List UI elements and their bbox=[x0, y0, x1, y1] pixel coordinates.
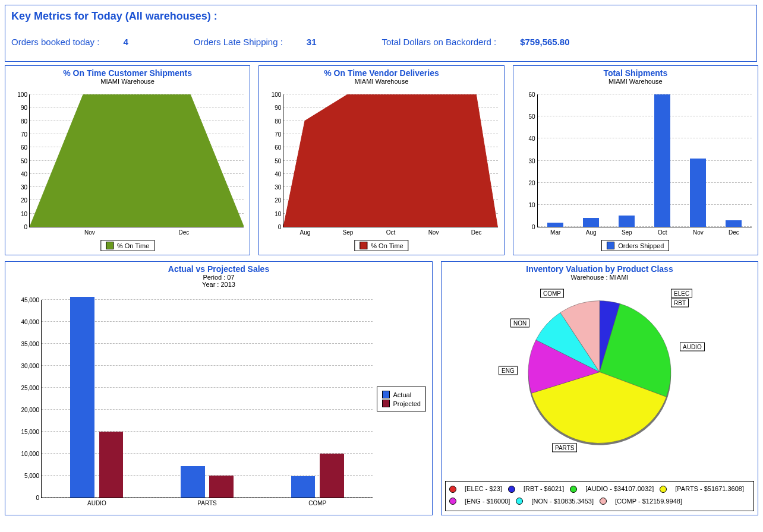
chart-actual-vs-projected: Actual vs Projected Sales Period : 07 Ye… bbox=[5, 261, 433, 515]
chart-title: % On Time Customer Shipments bbox=[5, 68, 250, 78]
backorder-label: Total Dollars on Backorderd : bbox=[382, 37, 497, 47]
svg-marker-1 bbox=[283, 94, 497, 227]
orders-booked-value: 4 bbox=[123, 37, 128, 47]
legend-label: Projected bbox=[393, 400, 421, 407]
legend-swatch bbox=[607, 242, 614, 249]
legend-swatch bbox=[360, 242, 367, 249]
chart-subtitle: MIAMI Warehouse bbox=[513, 78, 758, 85]
chart-subtitle: MIAMI Warehouse bbox=[5, 78, 250, 85]
chart-title: Total Shipments bbox=[513, 68, 758, 78]
legend-swatch bbox=[382, 400, 390, 407]
chart-subtitle: Warehouse : MIAMI bbox=[442, 274, 758, 281]
svg-marker-0 bbox=[30, 94, 244, 227]
chart-subtitle-year: Year : 2013 bbox=[5, 281, 432, 288]
legend-label: % On Time bbox=[371, 242, 403, 249]
legend-label: % On Time bbox=[117, 242, 149, 249]
chart-title: % On Time Vendor Deliveries bbox=[259, 68, 503, 78]
chart-subtitle-period: Period : 07 bbox=[5, 274, 432, 281]
chart-plot: 0102030405060708090100 AugSepOctNovDec bbox=[283, 94, 497, 227]
chart-legend: % On Time bbox=[100, 240, 155, 251]
chart-title: Inventory Valuation by Product Class bbox=[442, 264, 758, 274]
chart-ontime-customer: % On Time Customer Shipments MIAMI Wareh… bbox=[5, 65, 250, 255]
legend-swatch bbox=[106, 242, 113, 249]
chart-subtitle: MIAMI Warehouse bbox=[259, 78, 503, 85]
orders-late-label: Orders Late Shipping : bbox=[194, 37, 283, 47]
orders-booked-label: Orders booked today : bbox=[11, 37, 99, 47]
chart-plot: 0102030405060MarAugSepOctNovDec bbox=[537, 94, 752, 227]
legend-swatch bbox=[382, 391, 390, 398]
pie-legend: [ELEC - $23][RBT - $6021][AUDIO - $34107… bbox=[445, 481, 754, 511]
legend-label: Orders Shipped bbox=[618, 242, 664, 249]
charts-row-top: % On Time Customer Shipments MIAMI Wareh… bbox=[5, 65, 758, 255]
pie-graphic: COMPELECRBTAUDIOPARTSENGNON bbox=[505, 295, 695, 451]
chart-legend: Actual Projected bbox=[377, 387, 426, 411]
header-title: Key Metrics for Today (All warehouses) : bbox=[11, 10, 751, 23]
chart-inventory-valuation: Inventory Valuation by Product Class War… bbox=[441, 261, 758, 515]
chart-title: Actual vs Projected Sales bbox=[5, 264, 432, 274]
chart-legend: Orders Shipped bbox=[601, 240, 669, 251]
chart-ontime-vendor: % On Time Vendor Deliveries MIAMI Wareho… bbox=[258, 65, 504, 255]
charts-row-bottom: Actual vs Projected Sales Period : 07 Ye… bbox=[5, 261, 758, 515]
legend-label: Actual bbox=[393, 391, 412, 398]
key-metrics-header: Key Metrics for Today (All warehouses) :… bbox=[5, 5, 757, 62]
chart-total-shipments: Total Shipments MIAMI Warehouse 01020304… bbox=[513, 65, 758, 255]
backorder-value: $759,565.80 bbox=[520, 37, 569, 47]
chart-legend: % On Time bbox=[354, 240, 408, 251]
header-metrics-row: Orders booked today : 4 Orders Late Ship… bbox=[11, 37, 751, 47]
orders-late-value: 31 bbox=[307, 37, 317, 47]
chart-plot: 0102030405060708090100 NovDec bbox=[29, 94, 244, 227]
chart-plot: 05,00010,00015,00020,00025,00030,00035,0… bbox=[41, 300, 373, 498]
